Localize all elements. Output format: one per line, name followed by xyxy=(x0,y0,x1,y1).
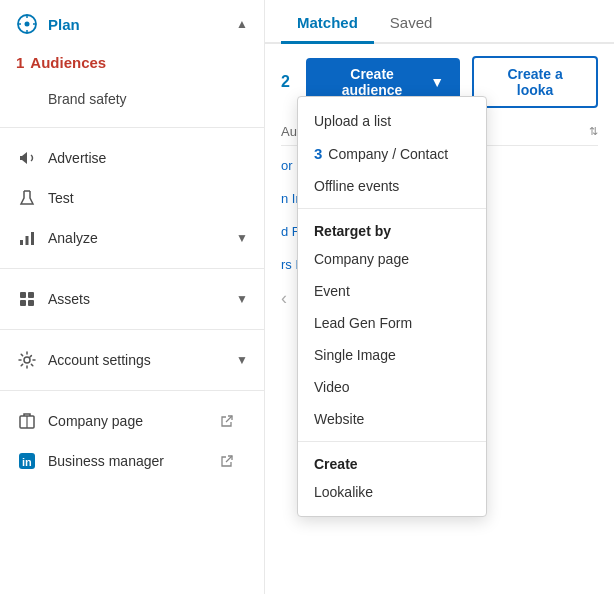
main-content: Matched Saved 2 Create audience ▼ Create… xyxy=(265,0,614,594)
sidebar-item-advertise-label: Advertise xyxy=(48,150,106,166)
grid-icon xyxy=(16,289,38,309)
chart-icon xyxy=(16,228,38,248)
sidebar-item-assets-label: Assets xyxy=(48,291,90,307)
dropdown-item-offline-events-label: Offline events xyxy=(314,178,399,194)
sidebar-item-analyze-label: Analyze xyxy=(48,230,98,246)
chevron-down-icon-assets: ▼ xyxy=(236,292,248,306)
dropdown-item-event-label: Event xyxy=(314,283,350,299)
dropdown-item-lookalike[interactable]: Lookalike xyxy=(298,476,486,508)
sidebar-divider-2 xyxy=(0,268,264,269)
dropdown-item-upload-list[interactable]: Upload a list xyxy=(298,105,486,137)
svg-line-17 xyxy=(226,416,232,422)
external-link-icon-company xyxy=(216,414,238,428)
dropdown-item-upload-list-label: Upload a list xyxy=(314,113,391,129)
svg-rect-9 xyxy=(31,232,34,245)
sidebar-item-brand-safety[interactable]: Brand safety xyxy=(0,81,264,117)
sidebar-item-account-settings-label: Account settings xyxy=(48,352,151,368)
dropdown-retarget-header: Retarget by xyxy=(298,215,486,243)
sidebar-item-business-manager-label: Business manager xyxy=(48,453,164,469)
sidebar-item-brand-safety-label: Brand safety xyxy=(48,91,127,107)
sidebar-divider-4 xyxy=(0,390,264,391)
dropdown-item-event[interactable]: Event xyxy=(298,275,486,307)
dropdown-item-lead-gen-form-label: Lead Gen Form xyxy=(314,315,412,331)
dropdown-item-website-label: Website xyxy=(314,411,364,427)
svg-rect-8 xyxy=(26,236,29,245)
dropdown-item-company-contact[interactable]: 3 Company / Contact xyxy=(298,137,486,170)
flask-icon xyxy=(16,188,38,208)
sidebar-item-account-settings[interactable]: Account settings ▼ xyxy=(0,340,264,380)
tabs-bar: Matched Saved xyxy=(265,0,614,44)
sidebar-divider-3 xyxy=(0,329,264,330)
dropdown-item-single-image-label: Single Image xyxy=(314,347,396,363)
external-link-icon-business xyxy=(216,454,238,468)
dropdown-item-company-contact-label: Company / Contact xyxy=(328,146,448,162)
sidebar-section-advertise: Advertise Test Analyze ▼ xyxy=(0,134,264,262)
sidebar-section-assets: Assets ▼ xyxy=(0,275,264,323)
create-lookalike-label: Create a looka xyxy=(507,66,562,98)
company-contact-step: 3 xyxy=(314,145,322,162)
tab-matched[interactable]: Matched xyxy=(281,4,374,44)
svg-line-20 xyxy=(226,456,232,462)
sidebar-item-analyze[interactable]: Analyze ▼ xyxy=(0,218,264,258)
create-lookalike-button[interactable]: Create a looka xyxy=(472,56,598,108)
svg-rect-12 xyxy=(20,300,26,306)
building-icon xyxy=(16,411,38,431)
dropdown-divider-2 xyxy=(298,441,486,442)
dropdown-create-header: Create xyxy=(298,448,486,476)
create-audience-label: Create audience xyxy=(322,66,422,98)
svg-text:in: in xyxy=(22,456,32,468)
dropdown-item-video[interactable]: Video xyxy=(298,371,486,403)
dropdown-item-website[interactable]: Website xyxy=(298,403,486,435)
chevron-down-icon-account: ▼ xyxy=(236,353,248,367)
chevron-up-icon: ▲ xyxy=(236,17,248,31)
dropdown-divider-1 xyxy=(298,208,486,209)
sidebar-item-audiences[interactable]: 1 Audiences xyxy=(0,44,264,81)
dropdown-item-company-page[interactable]: Company page xyxy=(298,243,486,275)
svg-point-14 xyxy=(24,357,30,363)
sidebar-section-plan: Plan ▲ 1 Audiences Brand safety xyxy=(0,0,264,121)
gear-icon xyxy=(16,350,38,370)
chevron-down-icon-analyze: ▼ xyxy=(236,231,248,245)
sidebar-item-audiences-label: Audiences xyxy=(30,54,106,71)
dropdown-item-offline-events[interactable]: Offline events xyxy=(298,170,486,202)
svg-rect-7 xyxy=(20,240,23,245)
dropdown-arrow-icon: ▼ xyxy=(430,74,444,90)
linkedin-icon: in xyxy=(16,451,38,471)
sidebar: Plan ▲ 1 Audiences Brand safety Advertis… xyxy=(0,0,265,594)
sidebar-section-account: Account settings ▼ xyxy=(0,336,264,384)
tab-saved[interactable]: Saved xyxy=(374,4,449,44)
audiences-step-number: 1 xyxy=(16,54,24,71)
sort-icon[interactable]: ⇅ xyxy=(589,125,598,138)
dropdown-item-single-image[interactable]: Single Image xyxy=(298,339,486,371)
dropdown-item-lookalike-label: Lookalike xyxy=(314,484,373,500)
sidebar-item-test[interactable]: Test xyxy=(0,178,264,218)
sidebar-item-plan[interactable]: Plan ▲ xyxy=(0,4,264,44)
megaphone-icon xyxy=(16,148,38,168)
svg-rect-11 xyxy=(28,292,34,298)
dropdown-item-lead-gen-form[interactable]: Lead Gen Form xyxy=(298,307,486,339)
sidebar-item-assets[interactable]: Assets ▼ xyxy=(0,279,264,319)
sidebar-item-test-label: Test xyxy=(48,190,74,206)
dropdown-menu: Upload a list 3 Company / Contact Offlin… xyxy=(297,96,487,517)
svg-point-1 xyxy=(25,22,30,27)
compass-icon xyxy=(16,14,38,34)
sidebar-item-advertise[interactable]: Advertise xyxy=(0,138,264,178)
svg-rect-13 xyxy=(28,300,34,306)
dropdown-item-video-label: Video xyxy=(314,379,350,395)
dropdown-item-company-page-label: Company page xyxy=(314,251,409,267)
sidebar-divider-1 xyxy=(0,127,264,128)
toolbar-step-number: 2 xyxy=(281,73,290,91)
toolbar: 2 Create audience ▼ Create a looka Uploa… xyxy=(265,44,614,120)
sidebar-section-external: Company page in Business manager xyxy=(0,397,264,485)
sidebar-item-company-page-label: Company page xyxy=(48,413,143,429)
sidebar-item-plan-label: Plan xyxy=(48,16,80,33)
svg-rect-10 xyxy=(20,292,26,298)
sidebar-item-business-manager[interactable]: in Business manager xyxy=(0,441,264,481)
sidebar-item-company-page[interactable]: Company page xyxy=(0,401,264,441)
